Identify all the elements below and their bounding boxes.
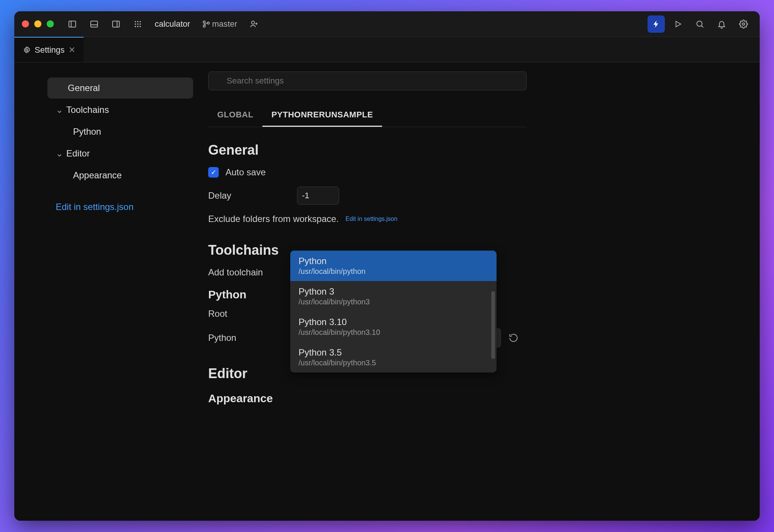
svg-rect-4 xyxy=(113,21,119,27)
app-window: calculator master Settings ✕ xyxy=(14,11,760,521)
settings-sidebar: General ⌄ Toolchains Python ⌄ Editor App… xyxy=(14,62,208,521)
scope-tabs: GLOBAL PYTHONRERUNSAMPLE xyxy=(208,104,527,127)
svg-point-13 xyxy=(137,26,139,27)
panel-right-icon[interactable] xyxy=(107,15,125,33)
dropdown-item-title: Python xyxy=(299,256,488,266)
svg-marker-21 xyxy=(676,21,681,27)
gear-icon[interactable] xyxy=(735,15,752,33)
project-name[interactable]: calculator xyxy=(151,19,194,29)
close-window-button[interactable] xyxy=(22,20,29,27)
panel-left-icon[interactable] xyxy=(64,15,81,33)
bell-icon[interactable] xyxy=(713,15,730,33)
bolt-icon[interactable] xyxy=(648,15,665,33)
edit-settings-json-link[interactable]: Edit in settings.json xyxy=(47,202,193,212)
sidebar-item-label: General xyxy=(68,83,100,93)
dropdown-item-sub: /usr/local/bin/python xyxy=(299,267,488,276)
svg-point-22 xyxy=(697,21,702,26)
dropdown-item[interactable]: Python 3.5 /usr/local/bin/python3.5 xyxy=(290,342,497,372)
play-icon[interactable] xyxy=(669,15,687,33)
tab-title: Settings xyxy=(35,45,65,55)
sidebar-item-label: Toolchains xyxy=(66,105,109,115)
reset-icon[interactable] xyxy=(509,333,518,343)
delay-label: Delay xyxy=(208,190,290,201)
dropdown-item[interactable]: Python /usr/local/bin/python xyxy=(290,251,497,281)
svg-point-7 xyxy=(137,21,139,22)
python-dropdown: Python /usr/local/bin/python Python 3 /u… xyxy=(290,251,497,372)
exclude-folders-text: Exclude folders from workspace. xyxy=(208,214,339,224)
sidebar-item-general[interactable]: General xyxy=(47,78,193,99)
dropdown-item[interactable]: Python 3 /usr/local/bin/python3 xyxy=(290,281,497,312)
sidebar-item-label: Appearance xyxy=(73,170,122,181)
add-toolchain-label: Add toolchain xyxy=(208,267,263,278)
close-tab-icon[interactable]: ✕ xyxy=(69,45,75,55)
svg-point-17 xyxy=(203,25,206,27)
sidebar-item-toolchains[interactable]: ⌄ Toolchains xyxy=(47,99,193,120)
svg-point-12 xyxy=(135,26,136,27)
svg-rect-0 xyxy=(69,21,76,27)
traffic-lights xyxy=(22,20,54,27)
svg-point-24 xyxy=(742,23,745,25)
chevron-down-icon: ⌄ xyxy=(56,148,62,159)
svg-point-8 xyxy=(140,21,141,22)
panel-bottom-icon[interactable] xyxy=(85,15,103,33)
dropdown-item[interactable]: Python 3.10 /usr/local/bin/python3.10 xyxy=(290,312,497,342)
dropdown-item-sub: /usr/local/bin/python3.5 xyxy=(299,359,488,367)
svg-point-14 xyxy=(140,26,141,27)
sidebar-item-editor[interactable]: ⌄ Editor xyxy=(47,143,193,164)
gear-icon xyxy=(23,46,31,54)
sidebar-item-label: Editor xyxy=(66,148,90,159)
exclude-edit-link[interactable]: Edit in settings.json xyxy=(346,216,398,222)
svg-point-9 xyxy=(135,23,136,25)
section-general-heading: General xyxy=(208,142,760,158)
chevron-down-icon: ⌄ xyxy=(56,105,62,115)
auto-save-label: Auto save xyxy=(225,167,266,178)
svg-point-15 xyxy=(203,21,206,23)
dropdown-item-title: Python 3.10 xyxy=(299,317,488,327)
grid-icon[interactable] xyxy=(129,15,146,33)
search-icon[interactable] xyxy=(691,15,708,33)
titlebar: calculator master xyxy=(14,11,760,37)
svg-rect-2 xyxy=(91,21,98,27)
minimize-window-button[interactable] xyxy=(34,20,41,27)
dropdown-item-title: Python 3.5 xyxy=(299,347,488,358)
python-label: Python xyxy=(208,333,290,343)
maximize-window-button[interactable] xyxy=(47,20,54,27)
git-branch-icon xyxy=(202,20,210,28)
dropdown-scrollbar[interactable] xyxy=(491,291,495,359)
search-settings-input[interactable] xyxy=(208,71,527,90)
delay-input[interactable] xyxy=(297,187,339,205)
root-label: Root xyxy=(208,309,290,319)
branch-selector[interactable]: master xyxy=(198,19,241,29)
svg-point-16 xyxy=(207,22,210,24)
svg-point-11 xyxy=(140,23,141,25)
svg-point-25 xyxy=(26,49,28,51)
tab-settings[interactable]: Settings ✕ xyxy=(14,37,84,62)
dropdown-item-sub: /usr/local/bin/python3.10 xyxy=(299,328,488,337)
svg-line-23 xyxy=(701,26,703,27)
dropdown-item-title: Python 3 xyxy=(299,286,488,297)
sidebar-item-python[interactable]: Python xyxy=(47,121,193,142)
svg-point-18 xyxy=(251,21,254,24)
sidebar-item-appearance[interactable]: Appearance xyxy=(47,165,193,186)
add-user-icon[interactable] xyxy=(245,15,263,33)
auto-save-checkbox[interactable]: ✓ xyxy=(208,167,219,178)
svg-point-6 xyxy=(135,21,136,22)
branch-name: master xyxy=(212,19,237,29)
scope-tab-project[interactable]: PYTHONRERUNSAMPLE xyxy=(262,104,382,127)
scope-tab-global[interactable]: GLOBAL xyxy=(208,104,262,127)
svg-point-10 xyxy=(137,23,139,25)
dropdown-item-sub: /usr/local/bin/python3 xyxy=(299,298,488,306)
settings-content: GLOBAL PYTHONRERUNSAMPLE General ✓ Auto … xyxy=(208,62,760,521)
tab-bar: Settings ✕ xyxy=(14,37,760,62)
sidebar-item-label: Python xyxy=(73,126,101,137)
section-appearance-heading: Appearance xyxy=(208,392,760,405)
